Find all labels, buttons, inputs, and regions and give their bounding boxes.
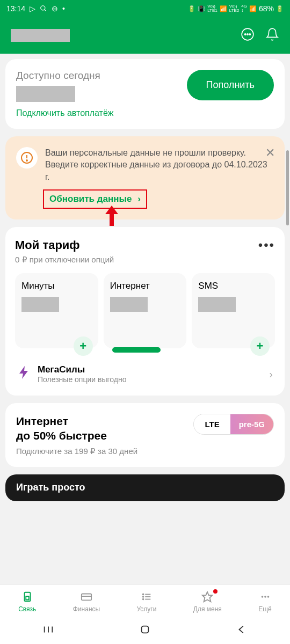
sms-redacted (198, 297, 236, 312)
tariff-item-title: Минуты (21, 281, 92, 291)
tariff-item-title: SMS (198, 281, 269, 291)
tariff-internet[interactable]: Интернет (104, 273, 187, 348)
internet-redacted (110, 297, 148, 312)
nav-services[interactable]: Услуги (137, 590, 157, 613)
autopay-link[interactable]: Подключить автоплатёж (16, 108, 274, 118)
svg-point-21 (264, 596, 266, 598)
annotation-arrow-icon (102, 204, 121, 230)
topup-button[interactable]: Пополнить (187, 70, 274, 100)
update-data-link[interactable]: Обновить данные › (49, 194, 141, 204)
svg-rect-26 (142, 626, 149, 633)
tariff-subtitle: 0 ₽ при отключении опций (15, 255, 275, 265)
tariff-minutes[interactable]: Минуты + (15, 273, 98, 348)
internet-subtitle: Подключите за 199 ₽ за 30 дней (16, 447, 137, 456)
add-minutes-button[interactable]: + (74, 336, 93, 356)
search-status-icon (40, 5, 47, 12)
internet-speed-card[interactable]: Интернет до 50% быстрее Подключите за 19… (5, 403, 285, 467)
status-right: 🔋 📳 Vo))LTE1 📶 Vo))LTE2 4G↕ 📶 68% 🔋 (188, 4, 284, 13)
tariff-item-title: Интернет (110, 281, 180, 291)
nav-finance[interactable]: Финансы (73, 590, 100, 613)
signal1-icon: 📶 (220, 5, 227, 12)
home-button[interactable] (139, 624, 151, 638)
warning-icon (16, 147, 38, 169)
dots-icon (259, 590, 271, 603)
tariff-card: Мой тариф ••• 0 ₽ при отключении опций М… (5, 227, 285, 396)
circle-minus-icon: ⊖ (52, 4, 58, 13)
star-icon (201, 590, 213, 603)
svg-point-15 (143, 596, 144, 597)
internet-progress (112, 347, 161, 353)
status-time: 13:14 (6, 4, 25, 13)
megasily-title: МегаСилы (38, 364, 262, 375)
update-link-highlight: Обновить данные › (43, 189, 147, 209)
chat-icon[interactable] (241, 27, 255, 43)
app-header (0, 17, 290, 54)
list-icon (141, 590, 153, 603)
system-nav (0, 617, 290, 644)
signal2-icon: 📶 (249, 5, 257, 12)
balance-amount-redacted (16, 86, 75, 102)
chevron-right-icon: › (137, 194, 141, 204)
megasily-row[interactable]: МегаСилы Полезные опции выгодно › (15, 357, 275, 385)
vibrate-icon: 📳 (198, 5, 205, 12)
warning-text: Ваши персональные данные не прошли прове… (45, 147, 274, 183)
back-button[interactable] (236, 624, 248, 638)
svg-point-13 (143, 594, 144, 595)
main-content: Доступно сегодня Пополнить Подключить ав… (0, 54, 290, 507)
svg-point-20 (261, 596, 263, 598)
lte2-indicator: Vo))LTE2 (229, 4, 240, 13)
scrollbar[interactable] (286, 150, 289, 225)
promo-card[interactable]: Играть просто (5, 474, 285, 501)
header-redacted (11, 29, 70, 42)
battery-icon: 🔋 (276, 5, 284, 12)
status-bar: 13:14 ▷ ⊖ • 🔋 📳 Vo))LTE1 📶 Vo))LTE2 4G↕ … (0, 0, 290, 17)
battery-saver-icon: 🔋 (188, 5, 195, 12)
battery-percent: 68% (259, 4, 274, 13)
balance-card: Доступно сегодня Пополнить Подключить ав… (5, 59, 285, 129)
nav-forme[interactable]: Для меня (193, 590, 222, 613)
add-sms-button[interactable]: + (250, 336, 270, 356)
megasily-subtitle: Полезные опции выгодно (38, 375, 262, 384)
sim-icon (21, 590, 33, 603)
chevron-right-icon: › (269, 368, 273, 380)
minutes-redacted (21, 297, 59, 312)
svg-rect-11 (82, 594, 91, 601)
svg-point-5 (249, 34, 250, 35)
promo-text: Играть просто (16, 482, 85, 493)
triangle-icon: ▷ (30, 4, 35, 13)
balance-label: Доступно сегодня (16, 70, 187, 82)
card-icon (81, 590, 92, 603)
svg-line-1 (45, 10, 46, 11)
svg-rect-10 (26, 596, 29, 599)
nav-connection[interactable]: Связь (18, 590, 36, 613)
tariff-sms[interactable]: SMS + (192, 273, 275, 348)
lte1-indicator: Vo))LTE1 (207, 4, 218, 13)
dot-icon: • (62, 4, 65, 13)
svg-point-22 (267, 596, 269, 598)
pre5g-option[interactable]: pre-5G (230, 414, 273, 434)
svg-point-3 (245, 34, 246, 35)
notification-dot (213, 589, 218, 594)
4g-indicator: 4G↕ (241, 4, 247, 13)
speed-toggle[interactable]: LTE pre-5G (193, 414, 274, 435)
tariff-title: Мой тариф (15, 238, 80, 252)
more-icon[interactable]: ••• (258, 238, 275, 253)
svg-point-17 (143, 599, 144, 600)
recent-apps-button[interactable] (42, 624, 54, 638)
lte-option[interactable]: LTE (194, 414, 230, 434)
nav-more[interactable]: Ещё (258, 590, 272, 613)
close-icon[interactable]: ✕ (265, 146, 275, 160)
warning-card: Ваши персональные данные не прошли прове… (5, 136, 285, 219)
svg-point-8 (26, 160, 27, 161)
svg-point-0 (41, 6, 45, 10)
svg-marker-19 (202, 592, 212, 602)
bell-icon[interactable] (265, 27, 279, 43)
internet-title: Интернет до 50% быстрее (16, 414, 137, 443)
lightning-icon (17, 365, 30, 383)
bottom-nav: Связь Финансы Услуги Для меня Ещё (0, 584, 290, 617)
svg-point-4 (247, 34, 248, 35)
status-left: 13:14 ▷ ⊖ • (6, 4, 65, 13)
